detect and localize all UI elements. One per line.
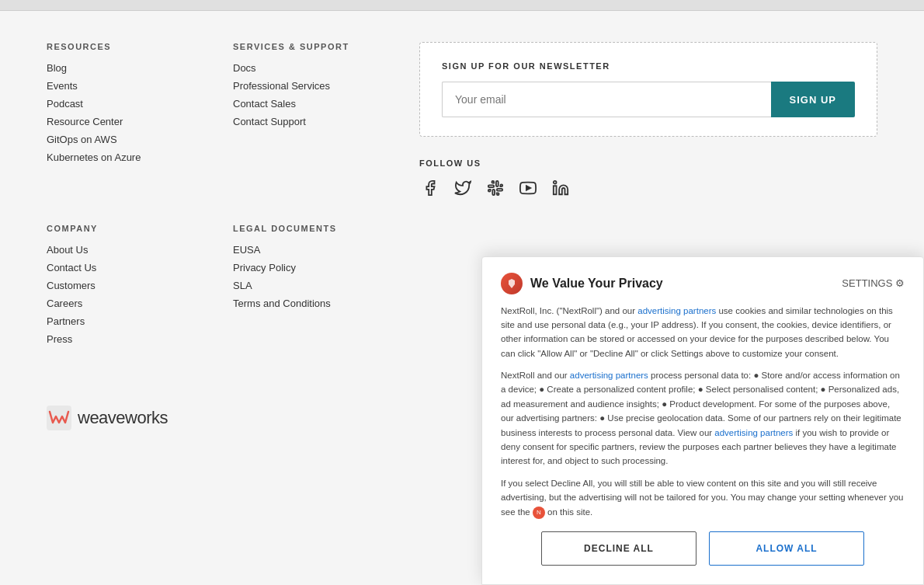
- newsletter-title: SIGN UP FOR OUR NEWSLETTER: [442, 61, 855, 71]
- company-link-customers[interactable]: Customers: [47, 280, 217, 291]
- services-column: SERVICES & SUPPORT Docs Professional Ser…: [233, 42, 404, 199]
- youtube-icon[interactable]: [517, 177, 539, 199]
- weaveworks-logo-text: weaveworks: [78, 408, 168, 428]
- privacy-modal-title: We Value Your Privacy: [530, 277, 663, 291]
- nextroll-logo-icon: [501, 273, 523, 294]
- svg-rect-3: [47, 406, 71, 430]
- services-link-professional[interactable]: Professional Services: [233, 80, 404, 92]
- newsletter-email-input[interactable]: [442, 82, 771, 117]
- privacy-modal: We Value Your Privacy SETTINGS NextRoll,…: [481, 256, 924, 585]
- company-link-partners[interactable]: Partners: [47, 315, 217, 327]
- follow-us-title: FOLLOW US: [419, 158, 877, 168]
- advertising-partners-link-2[interactable]: advertising partners: [570, 371, 648, 380]
- company-link-press[interactable]: Press: [47, 333, 217, 345]
- privacy-paragraph-3: If you select Decline All, you will stil…: [501, 476, 905, 519]
- company-link-careers[interactable]: Careers: [47, 298, 217, 309]
- company-column: COMPANY About Us Contact Us Customers Ca…: [47, 224, 217, 351]
- newsletter-form: SIGN UP: [442, 82, 855, 117]
- privacy-paragraph-2: NextRoll and our advertising partners pr…: [501, 368, 905, 468]
- legal-link-privacy[interactable]: Privacy Policy: [233, 262, 404, 273]
- social-icons-group: [419, 177, 877, 199]
- top-bar: [0, 0, 924, 11]
- svg-point-2: [554, 181, 557, 184]
- decline-all-button[interactable]: DECLINE ALL: [541, 531, 696, 566]
- services-link-docs[interactable]: Docs: [233, 62, 404, 74]
- legal-link-sla[interactable]: SLA: [233, 280, 404, 291]
- legal-title: LEGAL DOCUMENTS: [233, 224, 404, 233]
- newsletter-box: SIGN UP FOR OUR NEWSLETTER SIGN UP: [419, 42, 877, 137]
- advertising-partners-link-1[interactable]: advertising partners: [637, 306, 716, 315]
- privacy-logo-title: We Value Your Privacy: [501, 273, 663, 294]
- advertising-partners-link-3[interactable]: advertising partners: [714, 428, 793, 437]
- company-link-contact[interactable]: Contact Us: [47, 262, 217, 273]
- resources-link-resource-center[interactable]: Resource Center: [47, 116, 217, 127]
- weaveworks-logo-icon: [47, 406, 71, 430]
- services-link-contact-sales[interactable]: Contact Sales: [233, 98, 404, 110]
- privacy-header: We Value Your Privacy SETTINGS: [501, 273, 905, 294]
- resources-title: RESOURCES: [47, 42, 217, 51]
- resources-link-gitops[interactable]: GitOps on AWS: [47, 134, 217, 145]
- privacy-paragraph-1: NextRoll, Inc. ("NextRoll") and our adve…: [501, 304, 905, 361]
- privacy-buttons-group: DECLINE ALL ALLOW ALL: [501, 531, 905, 566]
- newsletter-follow-column: SIGN UP FOR OUR NEWSLETTER SIGN UP FOLLO…: [419, 42, 877, 199]
- resources-column: RESOURCES Blog Events Podcast Resource C…: [47, 42, 217, 199]
- company-title: COMPANY: [47, 224, 217, 233]
- resources-link-podcast[interactable]: Podcast: [47, 98, 217, 110]
- facebook-icon[interactable]: [419, 177, 441, 199]
- privacy-settings-link[interactable]: SETTINGS: [842, 277, 905, 289]
- newsletter-signup-button[interactable]: SIGN UP: [771, 82, 855, 117]
- resources-link-blog[interactable]: Blog: [47, 62, 217, 74]
- footer-top-grid: RESOURCES Blog Events Podcast Resource C…: [47, 42, 877, 199]
- svg-marker-0: [526, 186, 530, 190]
- services-link-contact-support[interactable]: Contact Support: [233, 116, 404, 127]
- twitter-icon[interactable]: [452, 177, 474, 199]
- legal-link-terms[interactable]: Terms and Conditions: [233, 298, 404, 309]
- legal-link-eusa[interactable]: EUSA: [233, 244, 404, 256]
- resources-link-kubernetes[interactable]: Kubernetes on Azure: [47, 151, 217, 163]
- company-link-about[interactable]: About Us: [47, 244, 217, 256]
- svg-rect-1: [554, 186, 557, 194]
- nextroll-inline-icon: N: [533, 507, 545, 519]
- linkedin-icon[interactable]: [550, 177, 571, 199]
- slack-icon[interactable]: [485, 177, 506, 199]
- legal-column: LEGAL DOCUMENTS EUSA Privacy Policy SLA …: [233, 224, 404, 351]
- services-title: SERVICES & SUPPORT: [233, 42, 404, 51]
- allow-all-button[interactable]: ALLOW ALL: [709, 531, 864, 566]
- resources-link-events[interactable]: Events: [47, 80, 217, 92]
